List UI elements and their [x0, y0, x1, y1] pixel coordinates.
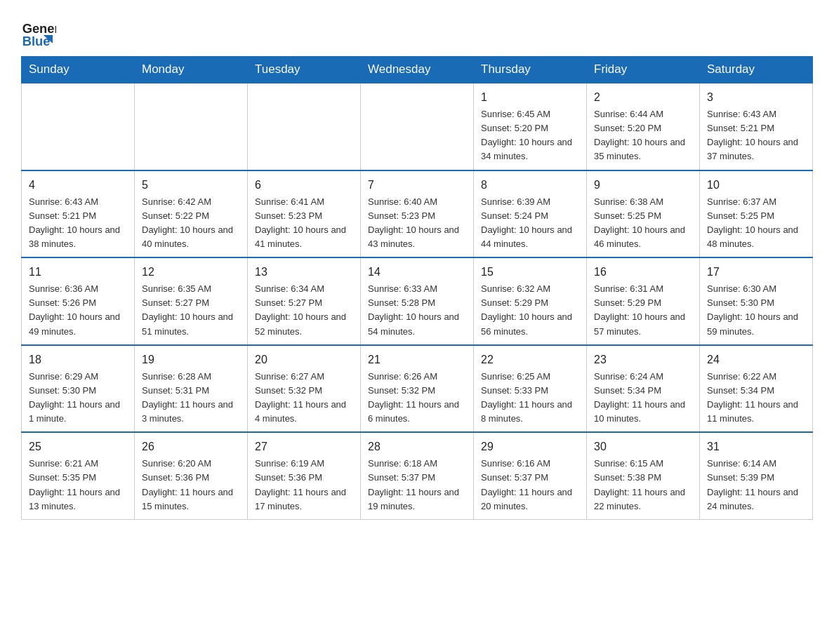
- day-info: Sunrise: 6:24 AMSunset: 5:34 PMDaylight:…: [594, 370, 692, 427]
- header-wednesday: Wednesday: [361, 57, 474, 83]
- svg-text:Blue: Blue: [22, 34, 51, 48]
- day-number: 27: [255, 438, 353, 455]
- calendar-cell: 22Sunrise: 6:25 AMSunset: 5:33 PMDayligh…: [474, 345, 587, 433]
- calendar-cell: [361, 83, 474, 170]
- header-sunday: Sunday: [22, 57, 135, 83]
- day-info: Sunrise: 6:22 AMSunset: 5:34 PMDaylight:…: [707, 370, 805, 427]
- day-info: Sunrise: 6:25 AMSunset: 5:33 PMDaylight:…: [481, 370, 579, 427]
- day-info: Sunrise: 6:27 AMSunset: 5:32 PMDaylight:…: [255, 370, 353, 427]
- day-number: 1: [481, 89, 579, 106]
- day-info: Sunrise: 6:29 AMSunset: 5:30 PMDaylight:…: [29, 370, 127, 427]
- day-number: 2: [594, 89, 692, 106]
- day-info: Sunrise: 6:34 AMSunset: 5:27 PMDaylight:…: [255, 282, 353, 339]
- logo: General Blue: [21, 14, 59, 49]
- day-info: Sunrise: 6:19 AMSunset: 5:36 PMDaylight:…: [255, 457, 353, 514]
- calendar-cell: [135, 83, 248, 170]
- day-number: 18: [29, 351, 127, 368]
- calendar-cell: 29Sunrise: 6:16 AMSunset: 5:37 PMDayligh…: [474, 432, 587, 519]
- day-info: Sunrise: 6:26 AMSunset: 5:32 PMDaylight:…: [368, 370, 466, 427]
- week-row-3: 11Sunrise: 6:36 AMSunset: 5:26 PMDayligh…: [22, 257, 813, 345]
- day-number: 20: [255, 351, 353, 368]
- calendar-cell: 17Sunrise: 6:30 AMSunset: 5:30 PMDayligh…: [700, 257, 813, 345]
- calendar-cell: 20Sunrise: 6:27 AMSunset: 5:32 PMDayligh…: [248, 345, 361, 433]
- calendar-cell: 8Sunrise: 6:39 AMSunset: 5:24 PMDaylight…: [474, 170, 587, 258]
- week-row-2: 4Sunrise: 6:43 AMSunset: 5:21 PMDaylight…: [22, 170, 813, 258]
- day-number: 10: [707, 177, 805, 194]
- calendar-cell: 2Sunrise: 6:44 AMSunset: 5:20 PMDaylight…: [587, 83, 700, 170]
- header-friday: Friday: [587, 57, 700, 83]
- page-header: General Blue: [21, 14, 813, 49]
- calendar-table: SundayMondayTuesdayWednesdayThursdayFrid…: [21, 56, 813, 520]
- calendar-cell: 31Sunrise: 6:14 AMSunset: 5:39 PMDayligh…: [700, 432, 813, 519]
- day-info: Sunrise: 6:31 AMSunset: 5:29 PMDaylight:…: [594, 282, 692, 339]
- day-number: 7: [368, 177, 466, 194]
- day-info: Sunrise: 6:41 AMSunset: 5:23 PMDaylight:…: [255, 195, 353, 252]
- day-number: 31: [707, 438, 805, 455]
- calendar-cell: 4Sunrise: 6:43 AMSunset: 5:21 PMDaylight…: [22, 170, 135, 258]
- day-number: 15: [481, 264, 579, 281]
- day-info: Sunrise: 6:43 AMSunset: 5:21 PMDaylight:…: [707, 107, 805, 164]
- calendar-cell: 11Sunrise: 6:36 AMSunset: 5:26 PMDayligh…: [22, 257, 135, 345]
- day-number: 21: [368, 351, 466, 368]
- week-row-5: 25Sunrise: 6:21 AMSunset: 5:35 PMDayligh…: [22, 432, 813, 519]
- calendar-cell: 10Sunrise: 6:37 AMSunset: 5:25 PMDayligh…: [700, 170, 813, 258]
- calendar-cell: 19Sunrise: 6:28 AMSunset: 5:31 PMDayligh…: [135, 345, 248, 433]
- day-info: Sunrise: 6:21 AMSunset: 5:35 PMDaylight:…: [29, 457, 127, 514]
- day-number: 3: [707, 89, 805, 106]
- day-info: Sunrise: 6:45 AMSunset: 5:20 PMDaylight:…: [481, 107, 579, 164]
- calendar-cell: 30Sunrise: 6:15 AMSunset: 5:38 PMDayligh…: [587, 432, 700, 519]
- calendar-cell: 1Sunrise: 6:45 AMSunset: 5:20 PMDaylight…: [474, 83, 587, 170]
- calendar-cell: 9Sunrise: 6:38 AMSunset: 5:25 PMDaylight…: [587, 170, 700, 258]
- day-number: 5: [142, 177, 240, 194]
- calendar-cell: 23Sunrise: 6:24 AMSunset: 5:34 PMDayligh…: [587, 345, 700, 433]
- calendar-cell: 27Sunrise: 6:19 AMSunset: 5:36 PMDayligh…: [248, 432, 361, 519]
- calendar-header-row: SundayMondayTuesdayWednesdayThursdayFrid…: [22, 57, 813, 83]
- day-info: Sunrise: 6:16 AMSunset: 5:37 PMDaylight:…: [481, 457, 579, 514]
- calendar-cell: 14Sunrise: 6:33 AMSunset: 5:28 PMDayligh…: [361, 257, 474, 345]
- day-info: Sunrise: 6:20 AMSunset: 5:36 PMDaylight:…: [142, 457, 240, 514]
- day-info: Sunrise: 6:33 AMSunset: 5:28 PMDaylight:…: [368, 282, 466, 339]
- calendar-cell: 28Sunrise: 6:18 AMSunset: 5:37 PMDayligh…: [361, 432, 474, 519]
- day-info: Sunrise: 6:40 AMSunset: 5:23 PMDaylight:…: [368, 195, 466, 252]
- day-number: 25: [29, 438, 127, 455]
- calendar-cell: 7Sunrise: 6:40 AMSunset: 5:23 PMDaylight…: [361, 170, 474, 258]
- day-number: 8: [481, 177, 579, 194]
- calendar-cell: 25Sunrise: 6:21 AMSunset: 5:35 PMDayligh…: [22, 432, 135, 519]
- day-info: Sunrise: 6:15 AMSunset: 5:38 PMDaylight:…: [594, 457, 692, 514]
- calendar-cell: [22, 83, 135, 170]
- day-info: Sunrise: 6:28 AMSunset: 5:31 PMDaylight:…: [142, 370, 240, 427]
- calendar-cell: 13Sunrise: 6:34 AMSunset: 5:27 PMDayligh…: [248, 257, 361, 345]
- day-info: Sunrise: 6:39 AMSunset: 5:24 PMDaylight:…: [481, 195, 579, 252]
- day-number: 11: [29, 264, 127, 281]
- calendar-cell: 5Sunrise: 6:42 AMSunset: 5:22 PMDaylight…: [135, 170, 248, 258]
- calendar-cell: 18Sunrise: 6:29 AMSunset: 5:30 PMDayligh…: [22, 345, 135, 433]
- header-thursday: Thursday: [474, 57, 587, 83]
- day-number: 19: [142, 351, 240, 368]
- logo-icon: General Blue: [21, 14, 56, 49]
- day-info: Sunrise: 6:18 AMSunset: 5:37 PMDaylight:…: [368, 457, 466, 514]
- day-number: 17: [707, 264, 805, 281]
- day-info: Sunrise: 6:44 AMSunset: 5:20 PMDaylight:…: [594, 107, 692, 164]
- calendar-cell: 15Sunrise: 6:32 AMSunset: 5:29 PMDayligh…: [474, 257, 587, 345]
- day-info: Sunrise: 6:35 AMSunset: 5:27 PMDaylight:…: [142, 282, 240, 339]
- day-info: Sunrise: 6:43 AMSunset: 5:21 PMDaylight:…: [29, 195, 127, 252]
- day-number: 9: [594, 177, 692, 194]
- week-row-4: 18Sunrise: 6:29 AMSunset: 5:30 PMDayligh…: [22, 345, 813, 433]
- day-info: Sunrise: 6:14 AMSunset: 5:39 PMDaylight:…: [707, 457, 805, 514]
- calendar-cell: 12Sunrise: 6:35 AMSunset: 5:27 PMDayligh…: [135, 257, 248, 345]
- day-number: 13: [255, 264, 353, 281]
- calendar-cell: 26Sunrise: 6:20 AMSunset: 5:36 PMDayligh…: [135, 432, 248, 519]
- day-number: 23: [594, 351, 692, 368]
- calendar-cell: 3Sunrise: 6:43 AMSunset: 5:21 PMDaylight…: [700, 83, 813, 170]
- day-number: 24: [707, 351, 805, 368]
- day-number: 12: [142, 264, 240, 281]
- day-number: 26: [142, 438, 240, 455]
- day-number: 22: [481, 351, 579, 368]
- day-number: 29: [481, 438, 579, 455]
- calendar-cell: 16Sunrise: 6:31 AMSunset: 5:29 PMDayligh…: [587, 257, 700, 345]
- day-number: 30: [594, 438, 692, 455]
- calendar-cell: 21Sunrise: 6:26 AMSunset: 5:32 PMDayligh…: [361, 345, 474, 433]
- day-info: Sunrise: 6:42 AMSunset: 5:22 PMDaylight:…: [142, 195, 240, 252]
- calendar-cell: 24Sunrise: 6:22 AMSunset: 5:34 PMDayligh…: [700, 345, 813, 433]
- day-info: Sunrise: 6:36 AMSunset: 5:26 PMDaylight:…: [29, 282, 127, 339]
